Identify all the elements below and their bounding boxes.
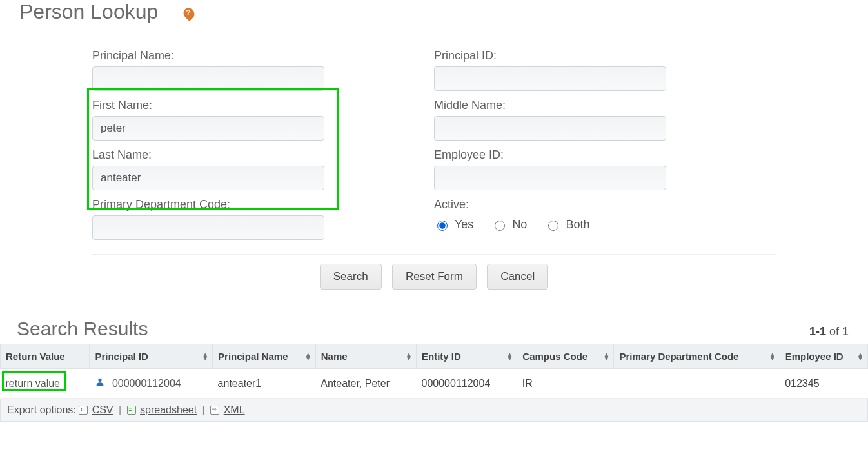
first-name-label: First Name: xyxy=(92,99,420,112)
col-return-value[interactable]: Return Value xyxy=(1,344,90,369)
col-principal-name[interactable]: Principal Name▲▼ xyxy=(213,344,316,369)
results-count-total: of 1 xyxy=(826,325,849,338)
active-yes-option[interactable]: Yes xyxy=(434,218,473,232)
active-no-option[interactable]: No xyxy=(491,218,527,232)
results-table: Return Value Principal ID▲▼ Principal Na… xyxy=(0,344,868,399)
export-csv-link[interactable]: CSV xyxy=(92,404,113,415)
cell-primary-dept xyxy=(614,369,780,399)
active-yes-radio[interactable] xyxy=(437,221,448,231)
middle-name-input[interactable] xyxy=(434,116,666,141)
active-both-label: Both xyxy=(566,218,589,232)
col-entity-id[interactable]: Entity ID▲▼ xyxy=(417,344,517,369)
sort-icon: ▲▼ xyxy=(604,353,610,360)
employee-id-label: Employee ID: xyxy=(434,148,762,162)
active-no-radio[interactable] xyxy=(495,221,505,231)
principal-id-input[interactable] xyxy=(434,66,666,91)
cell-principal-name: anteater1 xyxy=(213,369,316,399)
first-name-input[interactable] xyxy=(92,116,324,141)
csv-icon xyxy=(79,406,88,415)
results-title: Search Results xyxy=(17,318,148,340)
help-icon[interactable] xyxy=(181,5,197,21)
last-name-input[interactable] xyxy=(92,166,324,190)
col-name-label: Name xyxy=(321,351,348,362)
sort-icon: ▲▼ xyxy=(506,353,513,360)
col-name[interactable]: Name▲▼ xyxy=(315,344,416,369)
primary-dept-label: Primary Department Code: xyxy=(92,198,420,212)
col-entity-id-label: Entity ID xyxy=(422,351,461,362)
export-xml-link[interactable]: XML xyxy=(224,404,245,415)
search-form: Principal Name: Principal ID: First Name… xyxy=(92,36,776,305)
employee-id-input[interactable] xyxy=(434,166,666,190)
col-campus-code[interactable]: Campus Code▲▼ xyxy=(517,344,614,369)
principal-name-label: Principal Name: xyxy=(92,49,420,63)
export-label: Export options: xyxy=(7,404,76,415)
middle-name-label: Middle Name: xyxy=(434,99,762,112)
col-campus-code-label: Campus Code xyxy=(522,351,587,362)
cell-name: Anteater, Peter xyxy=(315,369,416,399)
col-primary-dept-label: Primary Department Code xyxy=(619,351,738,362)
results-count: 1-1 of 1 xyxy=(809,325,849,339)
svg-point-0 xyxy=(98,379,101,382)
active-both-option[interactable]: Both xyxy=(545,218,589,232)
page-title: Person Lookup xyxy=(19,0,158,24)
col-return-value-label: Return Value xyxy=(6,351,65,362)
active-no-label: No xyxy=(512,218,527,232)
cell-campus-code: IR xyxy=(517,369,614,399)
separator: | xyxy=(119,404,121,415)
col-principal-name-label: Principal Name xyxy=(218,351,288,362)
cancel-button[interactable]: Cancel xyxy=(487,264,548,290)
cell-employee-id: 012345 xyxy=(780,369,867,399)
sort-icon: ▲▼ xyxy=(406,353,412,360)
col-principal-id[interactable]: Principal ID▲▼ xyxy=(90,344,213,369)
export-bar: Export options: CSV | spreadsheet | XML xyxy=(0,399,868,422)
col-primary-dept[interactable]: Primary Department Code▲▼ xyxy=(614,344,780,369)
sort-icon: ▲▼ xyxy=(857,353,863,360)
principal-id-label: Principal ID: xyxy=(434,49,762,63)
col-principal-id-label: Principal ID xyxy=(95,351,148,362)
sort-icon: ▲▼ xyxy=(769,353,776,360)
sort-icon: ▲▼ xyxy=(305,353,311,360)
form-divider xyxy=(92,254,776,255)
sort-icon: ▲▼ xyxy=(202,353,208,360)
return-value-link[interactable]: return value xyxy=(6,378,61,389)
spreadsheet-icon xyxy=(127,406,136,415)
person-icon xyxy=(95,377,108,389)
col-employee-id[interactable]: Employee ID▲▼ xyxy=(780,344,867,369)
active-both-radio[interactable] xyxy=(548,221,558,231)
results-count-range: 1-1 xyxy=(809,325,826,338)
active-yes-label: Yes xyxy=(455,218,473,232)
active-label: Active: xyxy=(434,198,762,212)
col-employee-id-label: Employee ID xyxy=(785,351,843,362)
table-row: return value 000000112004 anteater1 Ante… xyxy=(1,369,868,399)
search-button[interactable]: Search xyxy=(320,264,382,290)
separator: | xyxy=(202,404,205,415)
principal-name-input[interactable] xyxy=(92,66,324,91)
last-name-label: Last Name: xyxy=(92,148,420,162)
principal-id-link[interactable]: 000000112004 xyxy=(112,378,181,389)
export-spreadsheet-link[interactable]: spreadsheet xyxy=(140,404,197,415)
primary-dept-input[interactable] xyxy=(92,215,324,240)
reset-button[interactable]: Reset Form xyxy=(392,264,477,290)
xml-icon xyxy=(210,406,219,415)
cell-entity-id: 000000112004 xyxy=(417,369,517,399)
